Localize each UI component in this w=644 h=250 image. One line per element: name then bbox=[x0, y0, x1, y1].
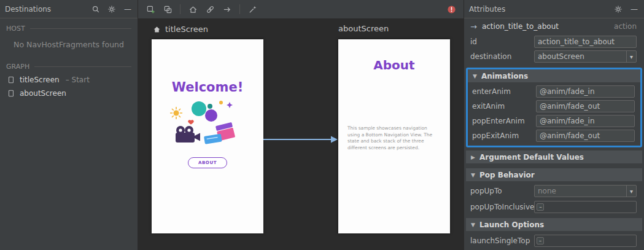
navigation-editor: Destinations — HOST No NavHostFragments … bbox=[0, 0, 644, 250]
action-arrow[interactable] bbox=[263, 135, 338, 144]
popupto-row: popUpTo none ▾ bbox=[464, 183, 644, 199]
enteranim-input[interactable] bbox=[536, 85, 635, 98]
launchsingletop-label: launchSingleTop bbox=[470, 236, 534, 245]
chevron-down-icon: ▾ bbox=[626, 51, 636, 62]
checkbox-indeterminate-icon: – bbox=[537, 237, 544, 244]
destination-value: aboutScreen bbox=[535, 52, 626, 61]
destination-item-titlescreen[interactable]: titleScreen – Start bbox=[0, 73, 138, 87]
collapse-triangle-icon: ▼ bbox=[473, 73, 477, 79]
selected-action-name: action_title_to_about bbox=[482, 22, 559, 31]
host-section-label: HOST bbox=[6, 25, 25, 33]
section-pop-behavior[interactable]: ▼ Pop Behavior bbox=[466, 168, 642, 181]
popexitanim-label: popExitAnim bbox=[472, 131, 536, 140]
welcome-heading: Welcome! bbox=[172, 80, 243, 95]
fragment-icon bbox=[6, 88, 16, 98]
enteranim-label: enterAnim bbox=[472, 87, 536, 96]
section-argument-default-values[interactable]: ▶ Argument Default Values bbox=[466, 150, 642, 163]
launchsingletop-checkbox-field[interactable]: – bbox=[534, 235, 637, 247]
screen-name: aboutScreen bbox=[338, 24, 389, 33]
aboutscreen-label[interactable]: aboutScreen bbox=[338, 24, 389, 33]
about-button[interactable]: ABOUT bbox=[188, 157, 227, 168]
separator-line bbox=[34, 66, 131, 67]
destination-item-aboutscreen[interactable]: aboutScreen bbox=[0, 87, 138, 100]
chevron-down-icon: ▾ bbox=[626, 186, 636, 197]
section-launch-options[interactable]: ▼ Launch Options bbox=[466, 218, 642, 231]
toolbar-separator bbox=[180, 4, 180, 14]
launchsingletop-row: launchSingleTop – bbox=[464, 233, 644, 249]
destination-item-label: titleScreen bbox=[20, 76, 60, 84]
about-heading: About bbox=[373, 58, 414, 72]
exitanim-label: exitAnim bbox=[472, 102, 536, 111]
attributes-panel-header: Attributes — bbox=[464, 0, 644, 18]
selected-action-row: → action_title_to_about action bbox=[464, 18, 644, 34]
id-row: id bbox=[464, 34, 644, 49]
new-destination-icon[interactable] bbox=[145, 4, 155, 14]
popenteranim-label: popEnterAnim bbox=[472, 117, 536, 125]
selected-action-type: action bbox=[614, 22, 637, 31]
popenteranim-input[interactable] bbox=[536, 115, 635, 127]
titlescreen-label[interactable]: titleScreen bbox=[152, 24, 208, 34]
search-icon[interactable] bbox=[91, 4, 101, 14]
toolbar-separator bbox=[239, 4, 240, 14]
popupto-label: popUpTo bbox=[470, 187, 534, 195]
popuptoinclusive-label: popUpToInclusive bbox=[470, 203, 534, 211]
surface-toolbar bbox=[138, 0, 464, 18]
destinations-panel-title: Destinations bbox=[5, 5, 51, 14]
attributes-panel-title: Attributes bbox=[469, 5, 505, 14]
minimize-icon[interactable]: — bbox=[123, 4, 133, 14]
auto-arrange-icon[interactable] bbox=[247, 4, 257, 14]
gear-icon[interactable] bbox=[107, 4, 117, 14]
destination-item-suffix: – Start bbox=[66, 76, 90, 84]
collapse-triangle-icon: ▼ bbox=[471, 172, 475, 178]
section-animations[interactable]: ▼ Animations bbox=[468, 69, 640, 82]
section-title: Pop Behavior bbox=[479, 171, 535, 179]
movie-illustration bbox=[168, 98, 247, 150]
surface-canvas[interactable]: titleScreen Welcome! bbox=[138, 18, 464, 250]
titlescreen-card[interactable]: Welcome! bbox=[152, 39, 263, 233]
nested-graph-icon[interactable] bbox=[163, 4, 173, 14]
assign-start-icon[interactable] bbox=[188, 4, 198, 14]
popupto-dropdown[interactable]: none ▾ bbox=[534, 185, 637, 197]
popuptoinclusive-checkbox-field[interactable]: – bbox=[534, 201, 637, 213]
destinations-panel: Destinations — HOST No NavHostFragments … bbox=[0, 0, 138, 250]
aboutscreen-card[interactable]: About This sample showcases navigation u… bbox=[338, 39, 450, 233]
deep-link-icon[interactable] bbox=[205, 4, 215, 14]
about-body-text: This sample showcases navigation using a… bbox=[347, 125, 441, 151]
attributes-panel: Attributes — → action_title_to_about act… bbox=[464, 0, 644, 250]
popexitanim-row: popExitAnim bbox=[468, 128, 640, 143]
popupto-value: none bbox=[535, 187, 626, 195]
start-home-icon bbox=[152, 24, 161, 34]
screen-name: titleScreen bbox=[165, 25, 208, 34]
exitanim-input[interactable] bbox=[536, 100, 635, 112]
host-empty-message: No NavHostFragments found bbox=[0, 35, 138, 57]
graph-section-label: GRAPH bbox=[6, 63, 29, 71]
destinations-panel-header: Destinations — bbox=[0, 0, 138, 18]
collapse-triangle-icon: ▼ bbox=[471, 222, 475, 228]
minimize-icon[interactable]: — bbox=[629, 4, 639, 14]
expand-triangle-icon: ▶ bbox=[471, 154, 475, 160]
gear-icon[interactable] bbox=[613, 4, 623, 14]
destination-item-label: aboutScreen bbox=[20, 89, 66, 98]
checkbox-indeterminate-icon: – bbox=[537, 203, 544, 211]
action-icon[interactable] bbox=[222, 4, 232, 14]
separator-line bbox=[30, 28, 131, 29]
error-badge-icon[interactable] bbox=[446, 4, 456, 14]
host-section-header: HOST bbox=[0, 18, 138, 35]
design-surface: titleScreen Welcome! bbox=[138, 0, 464, 250]
section-title: Argument Default Values bbox=[479, 153, 584, 162]
graph-section-header: GRAPH bbox=[0, 57, 138, 73]
exitanim-row: exitAnim bbox=[468, 99, 640, 114]
section-title: Animations bbox=[481, 72, 528, 80]
popuptoinclusive-row: popUpToInclusive – bbox=[464, 199, 644, 215]
popexitanim-input[interactable] bbox=[536, 130, 635, 142]
id-input[interactable] bbox=[534, 36, 637, 48]
fragment-icon bbox=[6, 75, 16, 85]
section-title: Launch Options bbox=[479, 221, 544, 229]
enteranim-row: enterAnim bbox=[468, 84, 640, 99]
destination-row: destination aboutScreen ▾ bbox=[464, 49, 644, 64]
destination-dropdown[interactable]: aboutScreen ▾ bbox=[534, 50, 637, 63]
id-label: id bbox=[470, 37, 534, 46]
animations-selection-highlight: ▼ Animations enterAnim exitAnim popEnter… bbox=[466, 68, 642, 147]
destination-label: destination bbox=[470, 52, 534, 61]
action-arrow-icon: → bbox=[470, 22, 477, 31]
